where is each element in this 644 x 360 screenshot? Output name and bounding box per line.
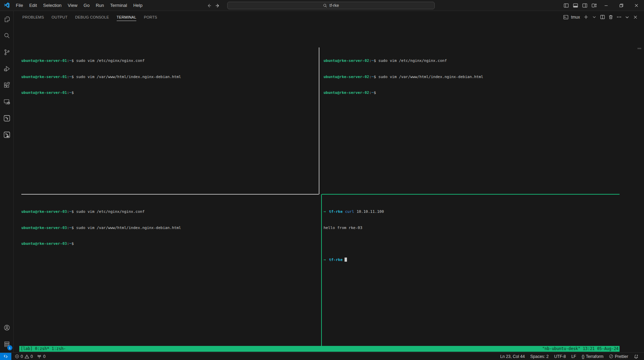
customize-layout-icon[interactable]: [589, 0, 599, 11]
terminal-line: [324, 241, 384, 247]
forwarded-ports-status[interactable]: 0: [35, 354, 47, 359]
braces-icon: {}: [582, 354, 584, 359]
tmux-pane-divider-vertical: [319, 47, 319, 194]
tmux-pane-divider-horizontal: [21, 194, 319, 195]
vscode-logo-icon: [3, 2, 10, 9]
eol-sequence[interactable]: LF: [569, 354, 579, 359]
menu-bar: File Edit Selection View Go Run Terminal…: [13, 0, 146, 11]
toggle-sidebar-icon[interactable]: [561, 0, 571, 11]
panel-header: PROBLEMS OUTPUT DEBUG CONSOLE TERMINAL P…: [14, 11, 644, 23]
search-sidebar-icon[interactable]: [0, 28, 14, 44]
menu-edit[interactable]: Edit: [26, 0, 40, 11]
close-panel-button[interactable]: [632, 13, 639, 21]
terminal-viewport[interactable]: ubuntu@rke-server-01:~$sudo vim /etc/ngi…: [14, 23, 644, 352]
menu-file[interactable]: File: [13, 0, 26, 11]
activity-bar: 1: [0, 11, 14, 352]
restore-button[interactable]: [614, 0, 629, 11]
notification-badge: 1: [7, 345, 12, 350]
formatter-status[interactable]: Prettier: [606, 354, 631, 359]
tmux-pane-rke-server-01[interactable]: ubuntu@rke-server-01:~$sudo vim /etc/ngi…: [21, 47, 181, 106]
new-terminal-button[interactable]: [582, 13, 590, 21]
tab-problems[interactable]: PROBLEMS: [19, 11, 47, 23]
more-actions-button[interactable]: [615, 13, 623, 21]
hide-panel-chevron-icon[interactable]: [623, 13, 631, 21]
menu-view[interactable]: View: [65, 0, 81, 11]
indentation[interactable]: Spaces: 2: [528, 354, 551, 359]
explorer-icon[interactable]: [0, 11, 14, 28]
remote-indicator[interactable]: [0, 353, 11, 360]
terminal-line: ubuntu@rke-server-02:~$sudo vim /etc/ngi…: [324, 58, 483, 64]
panel-tabs: PROBLEMS OUTPUT DEBUG CONSOLE TERMINAL P…: [19, 11, 160, 23]
ports-count: 0: [43, 354, 45, 359]
menu-run[interactable]: Run: [93, 0, 107, 11]
extensions-icon[interactable]: [0, 77, 14, 94]
menu-help[interactable]: Help: [130, 0, 146, 11]
scrollbar-marker: [637, 48, 641, 49]
keyboard-stack-icon[interactable]: 1: [0, 336, 14, 352]
terminal-icon: [562, 13, 570, 21]
title-bar: File Edit Selection View Go Run Terminal…: [0, 0, 644, 11]
menu-terminal[interactable]: Terminal: [107, 0, 130, 11]
tmux-status-bar: [lab] 0:zsh* 1:zsh- "nb-ubuntu-desk" 13:…: [19, 346, 620, 352]
split-terminal-button[interactable]: [599, 13, 606, 21]
terminal-cursor: [345, 258, 347, 262]
terminal-line: ubuntu@rke-server-03:~$: [21, 241, 181, 247]
cursor-position[interactable]: Ln 23, Col 44: [497, 354, 527, 359]
menu-go[interactable]: Go: [81, 0, 93, 11]
tmux-pane-rke-server-02[interactable]: ubuntu@rke-server-02:~$sudo vim /etc/ngi…: [324, 47, 483, 106]
forward-arrow-icon[interactable]: [215, 3, 220, 8]
error-icon: [15, 354, 19, 359]
broadcast-icon: [37, 354, 42, 359]
tab-ports[interactable]: PORTS: [141, 11, 160, 23]
source-control-icon[interactable]: [0, 44, 14, 61]
tmux-active-pane-border-horizontal: [322, 194, 620, 195]
terminal-profile-dropdown-icon[interactable]: [590, 13, 598, 21]
terraform-cloud-icon[interactable]: [0, 127, 14, 143]
tmux-host-clock: "nb-ubuntu-desk" 13:21 05-Aug-24: [542, 346, 620, 352]
back-arrow-icon[interactable]: [207, 3, 212, 8]
search-icon: [323, 3, 327, 8]
command-center-search[interactable]: tf-rke: [227, 2, 435, 9]
tmux-active-pane-border-vertical: [321, 194, 322, 346]
prettier-slash-icon: [609, 354, 613, 359]
toggle-panel-icon[interactable]: [571, 0, 580, 11]
terminal-line: ubuntu@rke-server-01:~$: [21, 90, 181, 96]
close-window-button[interactable]: [629, 0, 644, 11]
tab-terminal[interactable]: TERMINAL: [114, 11, 139, 23]
terminal-line: →tf-rkecurl10.10.11.100: [324, 209, 384, 215]
tmux-pane-rke-server-03[interactable]: ubuntu@rke-server-03:~$sudo vim /etc/ngi…: [21, 198, 181, 257]
terminal-line: hello from rke-03: [324, 225, 384, 231]
notifications-bell[interactable]: [631, 354, 641, 359]
error-count: 0: [21, 354, 23, 359]
warning-count: 0: [31, 354, 33, 359]
vscode-window: File Edit Selection View Go Run Terminal…: [0, 0, 644, 360]
tab-output[interactable]: OUTPUT: [49, 11, 71, 23]
search-query-text: tf-rke: [329, 3, 339, 8]
minimize-button[interactable]: [599, 0, 614, 11]
tmux-pane-zsh-active[interactable]: →tf-rkecurl10.10.11.100 hello from rke-0…: [324, 198, 384, 273]
language-mode[interactable]: {}Terraform: [579, 354, 606, 359]
terminal-line: →tf-rke: [324, 257, 384, 263]
status-bar: 0 0 0 Ln 23, Col 44 Spaces: 2 UTF-8 LF {…: [0, 352, 644, 360]
bell-dot-icon: [634, 354, 638, 359]
terminal-line: ubuntu@rke-server-01:~$sudo vim /var/www…: [21, 74, 181, 80]
problems-status[interactable]: 0 0: [13, 354, 35, 359]
panel-actions: tmux: [561, 13, 644, 21]
terminal-line: ubuntu@rke-server-01:~$sudo vim /etc/ngi…: [21, 58, 181, 64]
encoding[interactable]: UTF-8: [551, 354, 569, 359]
terminal-line: ubuntu@rke-server-03:~$sudo vim /var/www…: [21, 225, 181, 231]
remote-explorer-icon[interactable]: [0, 94, 14, 110]
window-controls: [561, 0, 644, 11]
terraform-icon[interactable]: [0, 110, 14, 127]
run-debug-icon[interactable]: [0, 61, 14, 77]
toggle-secondary-sidebar-icon[interactable]: [580, 0, 589, 11]
tab-debug-console[interactable]: DEBUG CONSOLE: [72, 11, 112, 23]
tmux-session-windows: [lab] 0:zsh* 1:zsh-: [19, 346, 66, 352]
kill-terminal-button[interactable]: [607, 13, 614, 21]
accounts-icon[interactable]: [0, 319, 14, 336]
terminal-profile-label[interactable]: tmux: [571, 15, 580, 20]
history-navigation: [207, 0, 220, 11]
menu-selection[interactable]: Selection: [40, 0, 64, 11]
warning-icon: [24, 354, 29, 359]
terminal-line: ubuntu@rke-server-02:~$: [324, 90, 483, 96]
